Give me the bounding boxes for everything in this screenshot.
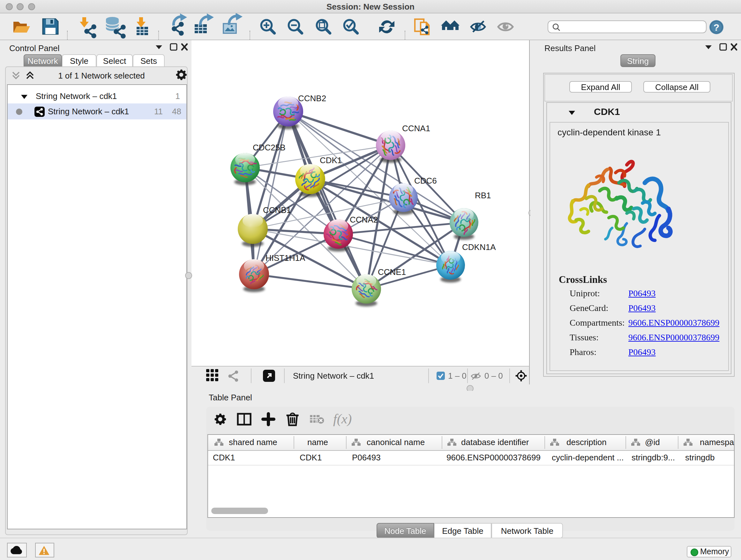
svg-text:HIST1H1A: HIST1H1A	[266, 253, 306, 262]
svg-text:CCNA1: CCNA1	[402, 123, 430, 133]
svg-text:CDC6: CDC6	[414, 176, 437, 185]
svg-text:CCNB2: CCNB2	[298, 93, 326, 103]
svg-text:CCNA2: CCNA2	[350, 214, 378, 224]
svg-text:CDKN1A: CDKN1A	[462, 242, 496, 252]
svg-text:CDC25B: CDC25B	[253, 142, 286, 152]
svg-text:f(x): f(x)	[333, 412, 352, 427]
svg-text:RB1: RB1	[475, 190, 491, 200]
svg-text:CCNE1: CCNE1	[378, 267, 406, 276]
svg-text:?: ?	[714, 22, 719, 32]
svg-text:CDK1: CDK1	[320, 155, 342, 165]
svg-text:CCNB1: CCNB1	[263, 205, 291, 214]
